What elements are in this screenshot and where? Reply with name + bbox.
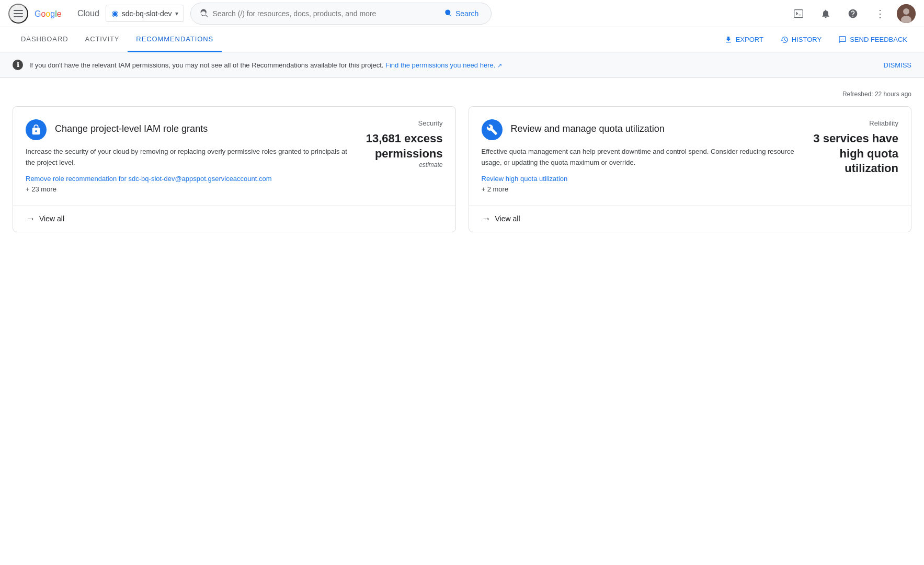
search-button-label: Search (455, 9, 478, 18)
iam-card-metric-sub: estimate (366, 161, 443, 168)
terminal-button[interactable] (788, 3, 809, 24)
quota-recommendation-card: Review and manage quota utilization Effe… (469, 106, 912, 232)
iam-recommendation-card: Change project-level IAM role grants Inc… (13, 106, 456, 232)
svg-rect-4 (794, 9, 803, 17)
google-cloud-logo: Google Cloud (35, 7, 99, 20)
quota-card-icon (482, 119, 503, 140)
iam-card-right: Security 13,681 excesspermissions estima… (366, 119, 443, 193)
permissions-link[interactable]: Find the permissions you need here. ↗ (385, 61, 502, 69)
quota-view-all-label: View all (495, 214, 520, 223)
history-label: HISTORY (792, 36, 822, 43)
wrench-icon (486, 124, 498, 135)
refresh-status: Refreshed: 22 hours ago (13, 91, 911, 98)
export-button[interactable]: EXPORT (720, 32, 768, 47)
iam-card-metric: 13,681 excesspermissions (366, 131, 443, 161)
search-submit-icon (444, 9, 452, 18)
iam-view-all-button[interactable]: → View all (13, 206, 455, 232)
main-content: Refreshed: 22 hours ago Change project-l… (0, 78, 924, 245)
quota-card-metric: 3 services havehigh quotautilization (813, 131, 898, 176)
svg-rect-2 (14, 16, 23, 17)
quota-card-link[interactable]: Review high quota utilization (482, 175, 805, 183)
nav-actions: EXPORT HISTORY SEND FEEDBACK (720, 32, 911, 47)
project-name: sdc-bq-slot-dev (122, 9, 172, 18)
info-icon: ℹ (13, 60, 23, 70)
iam-view-all-label: View all (39, 214, 64, 223)
quota-arrow-right-icon: → (482, 213, 491, 224)
search-icon (199, 9, 209, 18)
notifications-button[interactable] (815, 3, 836, 24)
iam-card-body: Change project-level IAM role grants Inc… (13, 107, 455, 206)
quota-card-title: Review and manage quota utilization (511, 123, 665, 134)
send-feedback-label: SEND FEEDBACK (850, 36, 907, 43)
banner-text: If you don't have the relevant IAM permi… (29, 61, 877, 69)
quota-card-left: Review and manage quota utilization Effe… (482, 119, 805, 193)
user-avatar (897, 4, 916, 23)
iam-card-link[interactable]: Remove role recommendation for sdc-bq-sl… (26, 175, 358, 183)
menu-button[interactable] (8, 4, 28, 24)
arrow-right-icon: → (26, 213, 35, 224)
chevron-down-icon: ▾ (175, 10, 178, 17)
svg-point-9 (841, 39, 841, 39)
tab-recommendations[interactable]: RECOMMENDATIONS (128, 28, 222, 52)
top-nav: Google Cloud ◉ sdc-bq-slot-dev ▾ Search (0, 0, 924, 27)
project-selector[interactable]: ◉ sdc-bq-slot-dev ▾ (106, 5, 184, 22)
terminal-icon (793, 8, 804, 19)
dismiss-button[interactable]: DISMISS (884, 61, 911, 69)
iam-card-category: Security (366, 119, 443, 127)
help-button[interactable] (842, 3, 863, 24)
iam-card-left: Change project-level IAM role grants Inc… (26, 119, 358, 193)
search-button[interactable]: Search (440, 7, 483, 20)
quota-card-body: Review and manage quota utilization Effe… (469, 107, 911, 206)
search-input[interactable] (213, 9, 436, 18)
more-options-button[interactable]: ⋮ (870, 3, 891, 24)
quota-card-category: Reliability (813, 119, 898, 127)
external-link-icon: ↗ (497, 62, 502, 69)
iam-card-more: + 23 more (26, 185, 56, 193)
recommendations-grid: Change project-level IAM role grants Inc… (13, 106, 911, 232)
feedback-icon (838, 36, 847, 44)
send-feedback-button[interactable]: SEND FEEDBACK (834, 32, 911, 47)
iam-card-icon (26, 119, 47, 140)
avatar[interactable] (897, 4, 916, 23)
iam-card-desc: Increase the security of your cloud by r… (26, 146, 358, 168)
history-button[interactable]: HISTORY (776, 32, 826, 47)
quota-card-right: Reliability 3 services havehigh quotauti… (813, 119, 898, 193)
svg-text:Google: Google (35, 9, 62, 18)
info-banner: ℹ If you don't have the relevant IAM per… (0, 52, 924, 78)
help-icon (848, 8, 858, 19)
quota-card-header: Review and manage quota utilization (482, 119, 805, 140)
tab-activity[interactable]: ACTIVITY (77, 28, 128, 52)
quota-view-all-button[interactable]: → View all (469, 206, 911, 232)
iam-card-title: Change project-level IAM role grants (55, 123, 208, 134)
svg-rect-1 (14, 13, 23, 14)
history-icon (780, 36, 789, 44)
quota-card-desc: Effective quota management can help prev… (482, 146, 805, 168)
more-icon: ⋮ (875, 7, 885, 20)
svg-point-8 (842, 39, 843, 39)
secondary-nav: DASHBOARD ACTIVITY RECOMMENDATIONS EXPOR… (0, 27, 924, 52)
svg-point-10 (843, 39, 844, 39)
search-bar: Search (190, 3, 492, 25)
svg-point-6 (903, 8, 909, 15)
tab-dashboard[interactable]: DASHBOARD (13, 28, 77, 52)
export-icon (724, 36, 733, 44)
svg-rect-0 (14, 10, 23, 11)
iam-card-header: Change project-level IAM role grants (26, 119, 358, 140)
lock-icon (30, 124, 42, 135)
quota-card-more: + 2 more (482, 185, 509, 193)
bell-icon (820, 8, 831, 19)
export-label: EXPORT (736, 36, 763, 43)
